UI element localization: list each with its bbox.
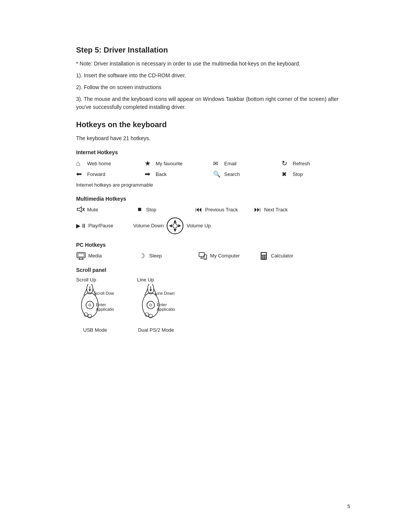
hotkey-prev-track-label: Previous Track (205, 207, 238, 212)
internet-hotkeys-heading: Internet Hotkeys (76, 149, 350, 155)
hotkey-media: Media (76, 252, 137, 260)
hotkey-web-home-label: Web home (87, 161, 111, 166)
hotkey-calculator-label: Calculator (271, 253, 293, 259)
hotkey-my-favourite-label: My favourite (156, 161, 183, 166)
hotkeys-intro: The keyboard have 21 hotkeys. (76, 134, 350, 142)
svg-rect-26 (265, 257, 266, 259)
hotkeys-title: Hotkeys on the keyboard (76, 120, 350, 129)
usb-mode-col: Scroll Up Scroll Down (76, 277, 114, 333)
hotkey-back-label: Back (156, 171, 167, 177)
hotkey-mute-label: Mute (87, 207, 98, 212)
hotkey-refresh: ↻ Refresh (282, 159, 350, 168)
svg-text:Enter: Enter (96, 302, 106, 307)
svg-marker-7 (178, 224, 181, 227)
next-track-icon: ⏭ (253, 206, 262, 214)
multimedia-hotkeys-section: Multimedia Hotkeys Mute ■ Stop (76, 196, 350, 235)
svg-point-8 (173, 224, 177, 228)
scroll-panel-section: Scroll panel Scroll Up Scro (76, 267, 350, 333)
svg-point-47 (147, 301, 155, 309)
svg-text:Enter: Enter (157, 302, 167, 307)
hotkey-forward: ⬅ Forward (76, 170, 145, 178)
page-number: 5 (347, 503, 350, 509)
step5-step2: 2). Follow the on screen instructions (76, 83, 350, 91)
svg-point-34 (86, 301, 94, 309)
svg-rect-20 (261, 253, 266, 255)
hotkey-forward-label: Forward (87, 171, 105, 177)
svg-rect-23 (265, 256, 266, 257)
prev-track-icon: ⏮ (194, 206, 203, 214)
hotkey-search-label: Search (224, 171, 240, 177)
multimedia-row2: ▶⏸ Play/Pause Volume Down (76, 217, 350, 235)
scroll-up-label: Scroll Up (76, 277, 96, 283)
svg-marker-44 (150, 289, 152, 292)
web-home-icon: ⌂ (76, 160, 85, 168)
svg-text:Line Down: Line Down (155, 291, 175, 296)
pc-hotkeys-heading: PC Hotkeys (76, 242, 350, 248)
svg-rect-10 (78, 254, 84, 257)
hotkey-mute: Mute (76, 206, 135, 213)
step5-step3: 3). The mouse and the keyboard icons wil… (76, 95, 350, 111)
hotkey-mm-stop: ■ Stop (135, 206, 194, 213)
svg-marker-6 (169, 224, 172, 227)
search-icon: 🔍 (213, 171, 222, 178)
svg-text:Scroll Down: Scroll Down (94, 291, 114, 296)
scroll-panel-heading: Scroll panel (76, 267, 350, 273)
step5-step1: 1). Insert the software into the CD-ROM … (76, 72, 350, 80)
svg-rect-14 (199, 252, 204, 257)
hotkey-next-track-label: Next Track (264, 207, 288, 212)
volume-down-label: Volume Down (133, 223, 164, 228)
hotkey-prev-track: ⏮ Previous Track (194, 206, 253, 214)
stop-icon: ✖ (282, 171, 291, 178)
svg-marker-5 (174, 229, 177, 232)
favourite-icon: ★ (145, 159, 154, 168)
multimedia-hotkeys-heading: Multimedia Hotkeys (76, 196, 350, 202)
volume-group: Volume Down Volume Up (133, 217, 211, 235)
mm-stop-icon: ■ (135, 206, 144, 213)
svg-marker-4 (174, 220, 177, 223)
hotkey-refresh-label: Refresh (293, 161, 310, 166)
volume-wheel-icon (166, 217, 184, 235)
hotkey-stop: ✖ Stop (282, 170, 350, 178)
step5-note: * Note: Driver installation is necessary… (76, 60, 350, 68)
multimedia-row1: Mute ■ Stop ⏮ Previous Track ⏭ Next Trac… (76, 206, 350, 214)
usb-mode-label: USB Mode (83, 327, 107, 333)
hotkeys-section: Hotkeys on the keyboard The keyboard hav… (76, 120, 350, 333)
svg-text:Application: Application (157, 307, 175, 312)
scroll-block: Scroll Up Scroll Down (76, 277, 350, 333)
svg-marker-0 (77, 207, 81, 212)
pc-hotkeys-section: PC Hotkeys Media ☽ (76, 242, 350, 260)
hotkey-my-computer-label: My Computer (210, 253, 240, 259)
internet-hotkeys-note: Internet hotkeys are programmable (76, 181, 350, 189)
hotkey-sleep: ☽ Sleep (137, 252, 198, 260)
step5-title: Step 5: Driver Installation (76, 46, 350, 54)
calculator-icon (259, 252, 269, 260)
svg-rect-25 (263, 257, 264, 259)
volume-up-label: Volume Up (186, 223, 211, 228)
hotkey-web-home: ⌂ Web home (76, 159, 145, 168)
pc-hotkeys-row: Media ☽ Sleep (76, 252, 350, 260)
hotkey-next-track: ⏭ Next Track (253, 206, 312, 214)
hotkey-back: ➡ Back (145, 170, 213, 178)
hotkey-calculator: Calculator (259, 252, 320, 260)
svg-rect-22 (263, 256, 264, 257)
ps2-scroll-diagram: Line Down Enter Application (137, 284, 175, 324)
svg-marker-31 (89, 289, 91, 292)
hotkey-play-pause: ▶⏸ Play/Pause (76, 222, 126, 229)
svg-point-35 (89, 304, 91, 306)
hotkey-media-label: Media (88, 253, 102, 259)
hotkey-search: 🔍 Search (213, 170, 282, 178)
svg-point-48 (150, 304, 152, 306)
svg-text:Application: Application (96, 307, 114, 312)
play-pause-icon: ▶⏸ (76, 222, 86, 229)
hotkey-mm-stop-label: Stop (146, 207, 156, 212)
back-icon: ➡ (145, 170, 154, 178)
step5-section: Step 5: Driver Installation * Note: Driv… (76, 46, 350, 111)
internet-hotkeys-grid: ⌂ Web home ★ My favourite ✉ Email ↻ Refr… (76, 159, 350, 178)
ps2-mode-col: Line Up Line Down (137, 277, 175, 333)
hotkey-play-pause-label: Play/Pause (88, 223, 113, 228)
my-computer-icon (198, 252, 208, 260)
usb-scroll-diagram: Scroll Down Enter Application (76, 284, 114, 324)
svg-rect-21 (261, 256, 263, 257)
hotkey-email-label: Email (224, 161, 237, 166)
internet-hotkeys-section: Internet Hotkeys ⌂ Web home ★ My favouri… (76, 149, 350, 189)
